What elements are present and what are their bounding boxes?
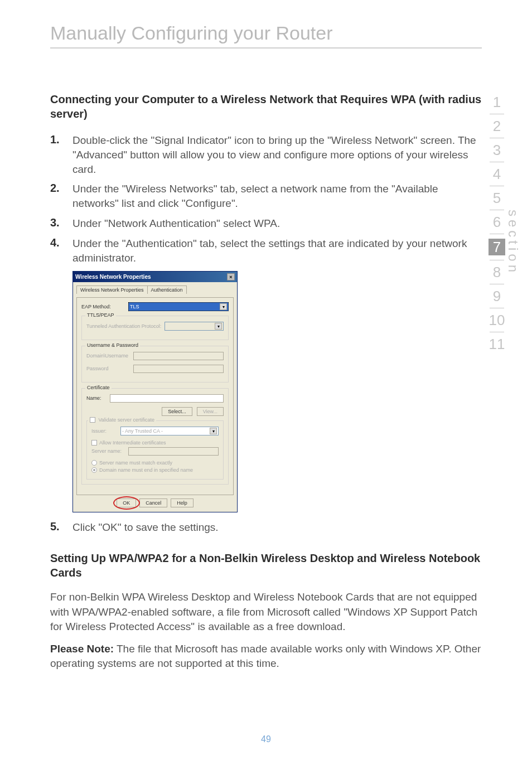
dialog-panel: EAP Method: TLS ▾ TTLS/PEAP Tunneled Aut… [76, 297, 234, 495]
radio-match-exact[interactable] [91, 460, 97, 466]
step-number: 4. [50, 236, 72, 249]
nav-4[interactable]: 4 [489, 167, 505, 181]
step-1: 1. Double-click the "Signal Indicator" i… [50, 133, 482, 176]
help-button[interactable]: Help [171, 498, 194, 507]
radio-match-exact-label: Server name must match exactly [99, 460, 172, 466]
cert-name-input[interactable] [110, 394, 224, 403]
wireless-network-properties-dialog: Wireless Network Properties × Wireless N… [72, 271, 238, 512]
step-text: Click "OK" to save the settings. [72, 520, 219, 535]
eap-method-label: EAP Method: [81, 304, 125, 309]
chevron-down-icon: ▾ [215, 323, 222, 330]
view-cert-button[interactable]: View... [197, 407, 224, 416]
nav-8[interactable]: 8 [489, 265, 505, 279]
validate-checkbox-row: Validate server certificate [88, 417, 156, 423]
document-page: Manually Configuring your Router Connect… [0, 0, 532, 760]
nav-5[interactable]: 5 [489, 191, 505, 205]
dialog-button-row: OK Cancel Help [76, 495, 234, 509]
step-number: 3. [50, 216, 72, 229]
step-2: 2. Under the "Wireless Networks" tab, se… [50, 182, 482, 211]
server-name-input[interactable] [128, 447, 219, 456]
nav-divider [490, 210, 504, 210]
validate-server-group: Validate server certificate Issuer: - An… [86, 420, 224, 480]
ok-button[interactable]: OK [117, 498, 136, 507]
nav-7-active[interactable]: 7 [489, 239, 505, 255]
cert-name-label: Name: [86, 395, 107, 401]
ttls-peap-group-title: TTLS/PEAP [85, 312, 116, 318]
nav-divider [490, 308, 504, 308]
paragraph-please-note: Please Note: The file that Microsoft has… [50, 642, 482, 671]
certificate-group-title: Certificate [85, 385, 112, 390]
select-cert-button[interactable]: Select... [162, 407, 192, 416]
domain-username-row: Domain\Username [86, 352, 224, 360]
step-text: Double-click the "Signal Indicator" icon… [72, 133, 482, 176]
chapter-title: Manually Configuring your Router [50, 22, 482, 44]
dialog-body: Wireless Network Properties Authenticati… [73, 282, 237, 512]
nav-divider [490, 138, 504, 138]
step-text: Under "Network Authentication" select WP… [72, 216, 280, 231]
validate-checkbox[interactable] [90, 417, 95, 423]
paragraph-non-belkin: For non-Belkin WPA Wireless Desktop and … [50, 590, 482, 634]
step-number: 1. [50, 133, 72, 146]
issuer-select[interactable]: - Any Trusted CA - ▾ [120, 427, 219, 435]
nav-9[interactable]: 9 [489, 289, 505, 303]
please-note-text: The file that Microsoft has made availab… [50, 643, 481, 669]
nav-divider [490, 162, 504, 162]
nav-divider [490, 234, 504, 234]
eap-method-select[interactable]: TLS ▾ [128, 302, 229, 311]
username-password-group: Username & Password Domain\Username Pass… [81, 346, 229, 383]
nav-1[interactable]: 1 [489, 95, 505, 109]
issuer-value: - Any Trusted CA - [122, 428, 163, 434]
password-input[interactable] [133, 365, 224, 373]
dialog-title: Wireless Network Properties [75, 274, 151, 280]
tunneled-auth-label: Tunneled Authentication Protocol: [86, 323, 161, 329]
nav-6[interactable]: 6 [489, 215, 505, 229]
steps-list-2: 5. Click "OK" to save the settings. [50, 520, 482, 535]
nav-divider [490, 332, 504, 332]
section-label: section [505, 210, 521, 275]
eap-method-row: EAP Method: TLS ▾ [81, 302, 229, 311]
radio-end-name[interactable] [91, 467, 97, 473]
tab-wireless-network-properties[interactable]: Wireless Network Properties [76, 285, 148, 294]
allow-intermediate-row: Allow Intermediate certificates [91, 440, 219, 446]
step-number: 5. [50, 520, 72, 533]
nav-divider [490, 260, 504, 260]
section-heading-wpa-radius: Connecting your Computer to a Wireless N… [50, 92, 482, 121]
nav-3[interactable]: 3 [489, 143, 505, 157]
step-5: 5. Click "OK" to save the settings. [50, 520, 482, 535]
nav-11[interactable]: 11 [489, 337, 505, 351]
issuer-row: Issuer: - Any Trusted CA - ▾ [91, 427, 219, 435]
allow-intermediate-checkbox[interactable] [91, 440, 97, 446]
tunneled-auth-row: Tunneled Authentication Protocol: ▾ [86, 322, 224, 331]
nav-10[interactable]: 10 [489, 313, 505, 327]
tab-authentication[interactable]: Authentication [147, 285, 187, 294]
nav-2[interactable]: 2 [489, 119, 505, 133]
tunneled-auth-select[interactable]: ▾ [165, 322, 224, 331]
chapter-rule [50, 47, 482, 49]
radio-end-name-row: Domain name must end in specified name [91, 467, 219, 473]
password-row: Password [86, 365, 224, 373]
cert-name-row: Name: [86, 394, 224, 403]
username-password-group-title: Username & Password [85, 342, 140, 348]
chevron-down-icon: ▾ [210, 428, 217, 434]
validate-label: Validate server certificate [99, 417, 154, 423]
cert-buttons-row: Select... View... [86, 407, 224, 416]
chevron-down-icon: ▾ [220, 303, 227, 310]
dialog-tabs: Wireless Network Properties Authenticati… [76, 285, 234, 294]
ok-button-wrap: OK [117, 498, 136, 507]
ttls-peap-group: TTLS/PEAP Tunneled Authentication Protoc… [81, 316, 229, 340]
page-number: 49 [0, 734, 532, 744]
dialog-titlebar: Wireless Network Properties × [73, 272, 237, 282]
section-heading-non-belkin: Setting Up WPA/WPA2 for a Non-Belkin Wir… [50, 551, 482, 580]
radio-end-name-label: Domain name must end in specified name [99, 467, 193, 473]
nav-divider [490, 284, 504, 284]
eap-method-value: TLS [130, 304, 139, 309]
steps-list-1: 1. Double-click the "Signal Indicator" i… [50, 133, 482, 265]
close-icon[interactable]: × [227, 273, 235, 280]
domain-username-input[interactable] [133, 352, 224, 360]
step-text: Under the "Wireless Networks" tab, selec… [72, 182, 482, 211]
allow-intermediate-label: Allow Intermediate certificates [99, 440, 166, 446]
server-name-label: Server name: [91, 448, 125, 454]
dialog-screenshot: Wireless Network Properties × Wireless N… [72, 271, 238, 512]
step-3: 3. Under "Network Authentication" select… [50, 216, 482, 231]
cancel-button[interactable]: Cancel [139, 498, 167, 507]
